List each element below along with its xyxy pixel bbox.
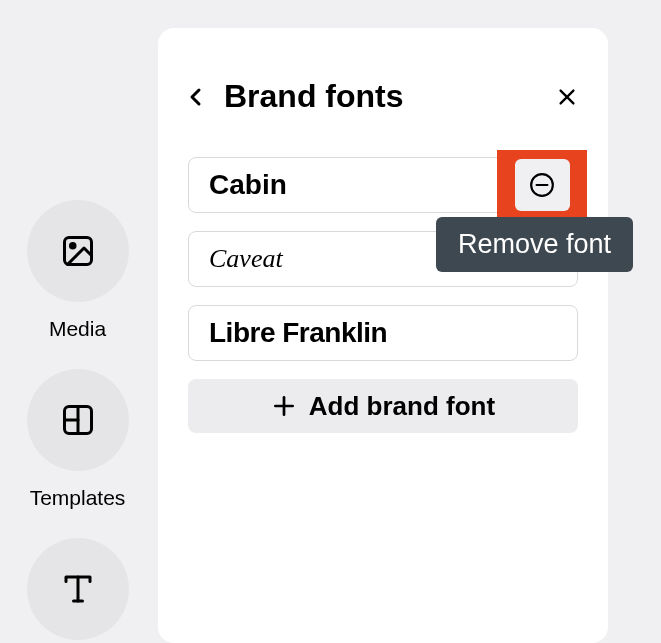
tooltip-text: Remove font xyxy=(458,229,611,259)
font-name-label: Cabin xyxy=(209,169,287,201)
sidebar-label-media: Media xyxy=(49,317,106,341)
chevron-left-icon xyxy=(188,85,204,109)
back-button[interactable] xyxy=(188,85,204,109)
brand-fonts-panel: Brand fonts Cabin Caveat Libre Franklin xyxy=(158,28,608,643)
font-name-label: Caveat xyxy=(209,244,283,274)
sidebar-item-media[interactable]: Media xyxy=(27,200,129,341)
remove-font-tooltip: Remove font xyxy=(436,217,633,272)
panel-title: Brand fonts xyxy=(224,78,404,115)
text-icon-circle xyxy=(27,538,129,640)
media-icon-circle xyxy=(27,200,129,302)
minus-circle-icon xyxy=(529,172,555,198)
font-row-cabin[interactable]: Cabin xyxy=(188,157,578,213)
remove-font-button[interactable] xyxy=(515,159,570,211)
plus-icon xyxy=(271,393,297,419)
sidebar-item-text[interactable]: Text xyxy=(27,538,129,643)
templates-icon-circle xyxy=(27,369,129,471)
sidebar-label-templates: Templates xyxy=(30,486,126,510)
remove-highlight-box xyxy=(497,150,587,220)
panel-header-left: Brand fonts xyxy=(188,78,404,115)
sidebar-item-templates[interactable]: Templates xyxy=(27,369,129,510)
media-icon xyxy=(60,233,96,269)
add-font-label: Add brand font xyxy=(309,391,495,422)
sidebar: Media Templates Text xyxy=(0,200,155,643)
add-brand-font-button[interactable]: Add brand font xyxy=(188,379,578,433)
font-row-libre[interactable]: Libre Franklin xyxy=(188,305,578,361)
panel-header: Brand fonts xyxy=(188,78,578,115)
svg-point-1 xyxy=(70,244,75,249)
templates-icon xyxy=(60,402,96,438)
close-button[interactable] xyxy=(556,86,578,108)
close-icon xyxy=(556,86,578,108)
text-icon xyxy=(60,571,96,607)
font-name-label: Libre Franklin xyxy=(209,317,387,349)
